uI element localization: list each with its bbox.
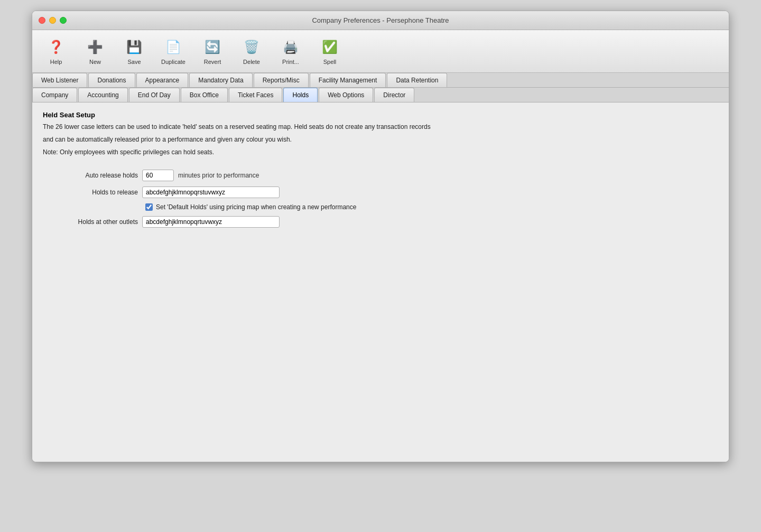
holds-to-release-row: Holds to release [53,186,718,198]
print-icon: 🖨️ [281,38,300,57]
spell-icon: ✅ [320,38,339,57]
revert-label: Revert [204,59,221,65]
default-holds-checkbox-row: Set 'Default Holds' using pricing map wh… [145,203,718,211]
tab-end-of-day[interactable]: End Of Day [129,88,180,102]
save-button[interactable]: 💾 Save [116,33,153,69]
holds-at-outlets-label: Holds at other outlets [53,218,138,226]
section-desc-1: The 26 lower case letters can be used to… [43,122,718,132]
tab-appearance[interactable]: Appearance [136,73,189,87]
window-title: Company Preferences - Persephone Theatre [312,16,449,24]
main-window: Company Preferences - Persephone Theatre… [32,11,729,462]
tab-mandatory-data[interactable]: Mandatory Data [189,73,252,87]
auto-release-row: Auto release holds minutes prior to perf… [53,170,718,181]
auto-release-suffix: minutes prior to performance [178,172,259,179]
delete-label: Delete [243,59,260,65]
close-button[interactable] [39,17,45,24]
holds-to-release-label: Holds to release [53,189,138,196]
new-label: New [89,59,101,65]
tab-web-options[interactable]: Web Options [319,88,373,102]
default-holds-label: Set 'Default Holds' using pricing map wh… [156,203,356,211]
revert-icon: 🔄 [203,38,222,57]
tab-reports-misc[interactable]: Reports/Misc [254,73,309,87]
auto-release-input[interactable] [142,170,174,181]
auto-release-label: Auto release holds [53,172,138,179]
traffic-lights [39,17,67,24]
section-title: Held Seat Setup [43,111,718,119]
tab-web-listener[interactable]: Web Listener [32,73,87,87]
tab-accounting[interactable]: Accounting [78,88,127,102]
save-icon: 💾 [125,38,144,57]
duplicate-button[interactable]: 📄 Duplicate [155,33,192,69]
maximize-button[interactable] [60,17,67,24]
section-desc-2: and can be automatically released prior … [43,135,718,144]
tab-row-1: Web ListenerDonationsAppearanceMandatory… [32,73,729,88]
section-note: Note: Only employees with specific privi… [43,147,718,157]
print-button[interactable]: 🖨️ Print... [272,33,309,69]
revert-button[interactable]: 🔄 Revert [194,33,231,69]
tab-ticket-faces[interactable]: Ticket Faces [229,88,283,102]
tab-data-retention[interactable]: Data Retention [387,73,447,87]
new-icon: ➕ [86,38,105,57]
title-bar: Company Preferences - Persephone Theatre [32,11,729,30]
tab-holds[interactable]: Holds [283,88,318,102]
delete-icon: 🗑️ [242,38,261,57]
holds-to-release-input[interactable] [142,186,280,198]
holds-at-outlets-input[interactable] [142,216,280,228]
delete-button[interactable]: 🗑️ Delete [233,33,270,69]
default-holds-checkbox[interactable] [145,203,153,211]
tab-company[interactable]: Company [32,88,77,102]
tab-facility-management[interactable]: Facility Management [310,73,386,87]
spell-label: Spell [323,59,336,65]
help-button[interactable]: ❓ Help [38,33,75,69]
duplicate-icon: 📄 [164,38,183,57]
content-area: Held Seat Setup The 26 lower case letter… [32,102,729,462]
help-icon: ❓ [47,38,66,57]
tab-donations[interactable]: Donations [88,73,135,87]
duplicate-label: Duplicate [161,59,185,65]
holds-at-outlets-row: Holds at other outlets [53,216,718,228]
tab-director[interactable]: Director [374,88,414,102]
minimize-button[interactable] [49,17,56,24]
spell-button[interactable]: ✅ Spell [311,33,348,69]
new-button[interactable]: ➕ New [77,33,114,69]
tab-box-office[interactable]: Box Office [181,88,228,102]
print-label: Print... [282,59,299,65]
form-area: Auto release holds minutes prior to perf… [53,170,718,228]
tab-row-2: CompanyAccountingEnd Of DayBox OfficeTic… [32,88,729,102]
help-label: Help [50,59,62,65]
save-label: Save [127,59,141,65]
toolbar: ❓ Help➕ New💾 Save📄 Duplicate🔄 Revert🗑️ D… [32,30,729,73]
